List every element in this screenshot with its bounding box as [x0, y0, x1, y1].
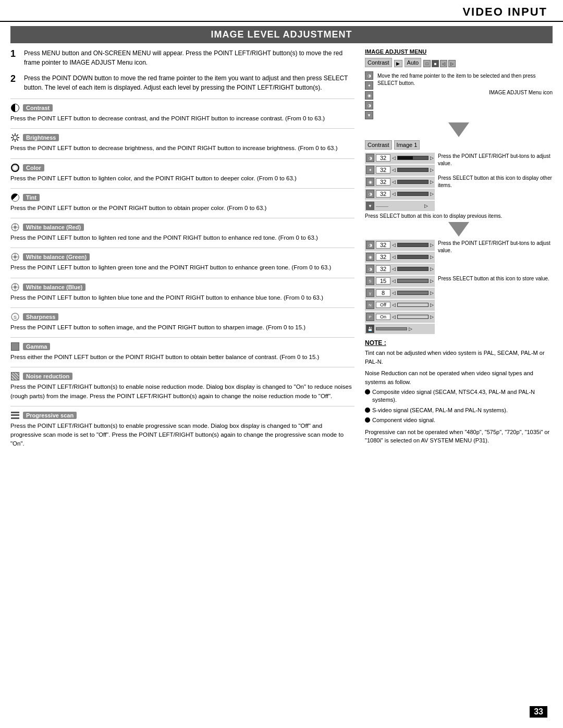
store-icon: 💾 [366, 325, 374, 333]
side-icon-contrast: ◑ [365, 71, 373, 80]
color-desc: Press the POINT LEFT button to lighten c… [10, 174, 354, 183]
note-section: NOTE : Tint can not be adjusted when vid… [365, 339, 553, 445]
adj-arrow-right-1[interactable]: ▷ [430, 155, 434, 161]
wb-green-label-row: White balance (Green) [10, 252, 354, 262]
tint-icon [10, 193, 20, 202]
noise-reduction-icon [10, 372, 20, 381]
select-arrow-next[interactable]: ▷ [424, 203, 428, 208]
adj-arrow-right-5[interactable]: ▷ [430, 242, 434, 248]
adjust-row-8: S 15 ◁ ▷ [365, 276, 435, 287]
section-color: Color Press the POINT LEFT button to lig… [10, 163, 354, 183]
store-bar [376, 327, 407, 330]
adjust-row-2: ✦ 32 ◁ ▷ [365, 165, 435, 176]
select-next-label: ——— [376, 204, 423, 208]
adj-arrow-left-11[interactable]: ◁ [392, 314, 396, 319]
divider-5 [10, 218, 354, 218]
right-column: IMAGE ADJUST MENU Contrast ▶ Auto □ ■ ◁ … [365, 48, 553, 454]
adj-icon-2: ✦ [366, 166, 374, 174]
section-tint: Tint Press the POINT LEFT button or the … [10, 193, 354, 213]
adj-arrow-left-5[interactable]: ◁ [392, 242, 396, 248]
menu-icon-4: ▷ [448, 60, 456, 67]
select-icon-next: ▼ [366, 202, 374, 210]
adj-arrow-left-6[interactable]: ◁ [392, 254, 396, 260]
wb-red-desc: Press the POINT LEFT button to lighten r… [10, 233, 354, 242]
side-icon-color: ◉ [365, 91, 373, 100]
adj-arrow-right-3[interactable]: ▷ [430, 179, 434, 184]
adjust-row-7: ◑ 32 ◁ ▷ [365, 264, 435, 275]
color-icon [10, 163, 20, 172]
adj-arrow-right-8[interactable]: ▷ [430, 278, 434, 283]
adj-arrow-right-4[interactable]: ▷ [430, 191, 434, 196]
gamma-label: Gamma [23, 343, 50, 350]
big-arrow-1 [448, 122, 469, 137]
section-sharpness: S Sharpness Press the POINT LEFT button … [10, 312, 354, 332]
adjust-row-1: ◑ 32 ◁ ▷ [365, 153, 435, 164]
menu-icon-row-1: □ ■ ◁ ▷ [423, 60, 456, 67]
adj-slider-6 [397, 255, 429, 259]
adj-arrow-right-11[interactable]: ▷ [430, 314, 434, 319]
menu-icon-2: ■ [432, 60, 439, 67]
adj-val-8: 15 [376, 277, 390, 285]
adj-arrow-right-10[interactable]: ▷ [430, 302, 434, 307]
menu-bar-2: Contrast Image 1 [365, 140, 553, 152]
select-row-next: ▼ ——— ▷ [365, 201, 435, 211]
adj-arrow-left-4[interactable]: ◁ [392, 191, 396, 196]
adj-arrow-left-8[interactable]: ◁ [392, 278, 396, 283]
adj-arrow-right-9[interactable]: ▷ [430, 290, 434, 295]
adj-val-2: 32 [376, 166, 390, 174]
page-title-bar: IMAGE LEVEL ADJUSTMENT [10, 26, 553, 43]
adj-val-4: 32 [376, 190, 390, 198]
section-noise-reduction: Noise reduction Press the POINT LEFT/RIG… [10, 372, 354, 401]
adj-arrow-left-2[interactable]: ◁ [392, 167, 396, 172]
video-input-header: VIDEO INPUT [0, 0, 563, 22]
wb-blue-desc: Press the POINT LEFT button to lighten b… [10, 293, 354, 302]
callout5-text: Press the POINT LEFT/RIGHT but-tons to a… [438, 240, 553, 254]
adj-icon-6: ◉ [366, 253, 374, 261]
wb-red-label-row: White balance (Red) [10, 223, 354, 232]
adj-arrow-right-2[interactable]: ▷ [430, 167, 434, 172]
adjust-row-10: N Off ◁ ▷ [365, 300, 435, 311]
adj-arrow-left-3[interactable]: ◁ [392, 179, 396, 184]
store-arrow[interactable]: ▷ [409, 326, 412, 331]
menu-bar-1: Contrast ▶ Auto □ ■ ◁ ▷ [365, 58, 553, 69]
menu-bar-contrast-box: Contrast [365, 58, 392, 67]
noise-reduction-label: Noise reduction [23, 373, 72, 380]
adj-arrow-left-7[interactable]: ◁ [392, 266, 396, 272]
divider-3 [10, 158, 354, 159]
adj-arrow-right-7[interactable]: ▷ [430, 266, 434, 272]
callout1-text: Move the red frame pointer to the item t… [377, 72, 553, 87]
divider-9 [10, 337, 354, 338]
adj-slider-11 [397, 315, 429, 319]
brightness-icon [10, 133, 20, 142]
divider-11 [10, 406, 354, 406]
gamma-icon [10, 342, 20, 351]
divider-1 [10, 98, 354, 99]
adj-slider-3 [397, 180, 429, 184]
bullet-3: Component video signal. [365, 416, 553, 424]
adj-arrow-left-1[interactable]: ◁ [392, 155, 396, 161]
svg-line-5 [12, 135, 13, 136]
panel-group-2: ◑ 32 ◁ ▷ ✦ 32 ◁ ▷ ◉ 32 [365, 153, 553, 211]
menu-icon-3: ◁ [440, 60, 447, 67]
tint-label-row: Tint [10, 193, 354, 202]
adj-slider-8 [397, 279, 429, 283]
arrow-2 [365, 222, 553, 237]
divider-6 [10, 248, 354, 248]
adj-arrow-right-6[interactable]: ▷ [430, 254, 434, 260]
adjust-row-11: P On ◁ ▷ [365, 312, 435, 323]
adjust-rows-3: ◑ 32 ◁ ▷ ◉ 32 ◁ ▷ ◑ 32 ◁ [365, 240, 435, 334]
adj-val-10: Off [376, 302, 390, 308]
contrast-icon [10, 103, 20, 113]
adjust-row-4: ◑ 32 ◁ ▷ [365, 189, 435, 200]
svg-point-16 [14, 255, 17, 258]
menu-arrow-icon: ▶ [394, 60, 402, 67]
wb-blue-label-row: White balance (Blue) [10, 282, 354, 292]
svg-line-7 [17, 135, 18, 136]
adj-icon-9: γ [366, 289, 374, 297]
adj-val-11: On [376, 314, 390, 320]
adj-arrow-left-9[interactable]: ◁ [392, 290, 396, 295]
adjust-rows-2: ◑ 32 ◁ ▷ ✦ 32 ◁ ▷ ◉ 32 [365, 153, 435, 211]
menu-bar-contrast-box2: Contrast [365, 140, 392, 150]
adj-arrow-left-10[interactable]: ◁ [392, 302, 396, 307]
menu-label-contrast: Contrast [368, 59, 389, 66]
